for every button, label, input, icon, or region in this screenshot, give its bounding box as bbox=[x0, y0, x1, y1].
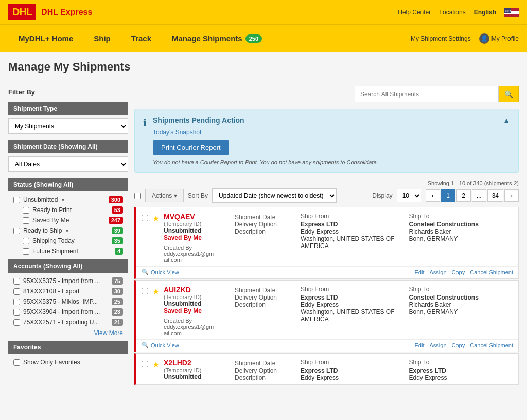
row-1-copy[interactable]: Copy bbox=[452, 342, 465, 348]
unsubmitted-checkbox[interactable] bbox=[13, 197, 20, 203]
row-2-checkbox[interactable] bbox=[142, 361, 148, 367]
next-page-button[interactable]: › bbox=[504, 189, 519, 202]
row-2-from: Ship From Express LTD Eddy Express bbox=[301, 359, 405, 381]
search-input[interactable] bbox=[355, 86, 499, 102]
account-3-checkbox[interactable] bbox=[13, 309, 20, 316]
row-0-star[interactable]: ★ bbox=[152, 214, 160, 223]
search-bar-row: 🔍 bbox=[134, 86, 519, 102]
account-4-checkbox[interactable] bbox=[13, 319, 20, 326]
row-0-status: Unsubmitted bbox=[164, 227, 231, 234]
page-title: Manage My Shipments bbox=[0, 52, 527, 78]
row-1-quick-view[interactable]: 🔍 Quick View bbox=[142, 342, 179, 348]
status-unsubmitted: Unsubmitted ▾ 300 bbox=[8, 195, 128, 205]
svg-rect-2 bbox=[504, 14, 519, 17]
locations-link[interactable]: Locations bbox=[439, 9, 465, 16]
row-2-id[interactable]: X2LHD2 bbox=[164, 359, 191, 367]
display-select[interactable]: 10 25 50 bbox=[397, 189, 421, 202]
row-0-actions: 🔍 Quick View Edit Assign Copy Cancel Shi… bbox=[136, 266, 518, 278]
row-0-action-links: Edit Assign Copy Cancel Shipment bbox=[415, 269, 513, 275]
shipment-settings-link[interactable]: My Shipment Settings bbox=[411, 35, 471, 42]
nav-manage[interactable]: Manage Shipments 250 bbox=[162, 25, 272, 52]
row-1-actions: 🔍 Quick View Edit Assign Copy Cancel Shi… bbox=[136, 339, 518, 352]
row-0-temp-id: (Temporary ID) bbox=[164, 221, 231, 227]
sort-select[interactable]: Updated Date (show newest to oldest) Upd… bbox=[212, 188, 337, 203]
language-button[interactable]: English bbox=[474, 9, 496, 16]
print-courier-button[interactable]: Print Courier Report bbox=[153, 140, 229, 155]
row-2-star[interactable]: ★ bbox=[152, 360, 160, 370]
row-1-star[interactable]: ★ bbox=[152, 287, 160, 296]
prev-page-button[interactable]: ‹ bbox=[426, 189, 440, 202]
nav-ship[interactable]: Ship bbox=[83, 25, 121, 52]
search-button[interactable]: 🔍 bbox=[499, 86, 519, 102]
account-0: 95XXX5375 - Import from ... 75 bbox=[8, 276, 128, 286]
controls-right: Display 10 25 50 ‹ 1 2 ... 34 › bbox=[372, 189, 519, 202]
shipment-type-select[interactable]: My Shipments bbox=[8, 118, 128, 134]
status-future-shipment: Future Shipment 4 bbox=[8, 246, 128, 256]
row-2-to: Ship To Express LTD Eddy Express bbox=[409, 359, 514, 381]
profile-icon: 👤 bbox=[479, 33, 489, 44]
show-only-favorites: Show Only Favorites bbox=[8, 357, 128, 367]
ready-print-checkbox[interactable] bbox=[23, 207, 29, 214]
help-center-link[interactable]: Help Center bbox=[398, 9, 431, 16]
status-shipping-today: Shipping Today 35 bbox=[8, 236, 128, 246]
pagination: ‹ 1 2 ... 34 › bbox=[426, 189, 519, 202]
page-34-button[interactable]: 34 bbox=[487, 189, 503, 202]
row-0-checkbox[interactable] bbox=[142, 215, 148, 221]
express-label: DHL Express bbox=[41, 8, 92, 17]
row-1-assign[interactable]: Assign bbox=[430, 342, 447, 348]
row-1-checkbox[interactable] bbox=[142, 288, 148, 294]
status-saved-by-me: Saved By Me 247 bbox=[8, 215, 128, 225]
collapse-pending-button[interactable]: ▲ bbox=[503, 116, 510, 125]
row-0-edit[interactable]: Edit bbox=[415, 269, 425, 275]
select-all-checkbox[interactable] bbox=[134, 192, 141, 199]
row-1-from: Ship From Express LTD Eddy Express Washi… bbox=[301, 286, 405, 323]
row-0-saved: Saved By Me bbox=[164, 234, 231, 241]
account-0-checkbox[interactable] bbox=[13, 278, 20, 285]
row-0-quick-view[interactable]: 🔍 Quick View bbox=[142, 269, 179, 275]
shipment-type-section: Shipment Type bbox=[8, 102, 128, 115]
nav-track[interactable]: Track bbox=[121, 25, 162, 52]
show-favorites-checkbox[interactable] bbox=[13, 359, 20, 366]
shipping-today-checkbox[interactable] bbox=[23, 238, 29, 244]
row-0-id[interactable]: MVQAEV bbox=[164, 213, 195, 221]
page-ellipsis: ... bbox=[472, 189, 486, 202]
nav-home[interactable]: MyDHL+ Home bbox=[8, 25, 83, 52]
view-more-link[interactable]: View More bbox=[8, 327, 128, 339]
row-1-edit[interactable]: Edit bbox=[415, 342, 425, 348]
ready-ship-dropdown[interactable]: ▾ bbox=[66, 228, 68, 234]
header-top: DHL DHL Express Help Center Locations En… bbox=[0, 0, 527, 24]
shipment-row-0: ★ MVQAEV (Temporary ID) Unsubmitted Save… bbox=[134, 207, 519, 279]
svg-text:★★★: ★★★ bbox=[505, 9, 512, 12]
row-0-id-col: MVQAEV (Temporary ID) Unsubmitted Saved … bbox=[164, 213, 231, 263]
account-2-checkbox[interactable] bbox=[13, 299, 20, 305]
header-top-right: Help Center Locations English ★★★ bbox=[398, 8, 519, 17]
row-1-created: Created Byeddy.express1@gmail.com bbox=[164, 318, 231, 336]
row-0-cancel[interactable]: Cancel Shipment bbox=[470, 269, 513, 275]
page-1-button[interactable]: 1 bbox=[441, 189, 455, 202]
row-1-cancel[interactable]: Cancel Shipment bbox=[470, 342, 513, 348]
account-1-checkbox[interactable] bbox=[13, 288, 20, 295]
future-shipment-checkbox[interactable] bbox=[23, 248, 29, 255]
nav-right: My Shipment Settings 👤 My Profile bbox=[411, 33, 519, 44]
account-2: 95XXX5375 - Miklos_IMP... 25 bbox=[8, 296, 128, 307]
sort-label: Sort By bbox=[188, 192, 208, 199]
row-1-middle: Shipment Date Delivery Option Descriptio… bbox=[235, 286, 296, 308]
shipment-date-select[interactable]: All Dates bbox=[8, 156, 128, 172]
unsubmitted-dropdown[interactable]: ▾ bbox=[62, 197, 64, 203]
actions-button[interactable]: Actions ▾ bbox=[145, 189, 184, 202]
saved-by-me-checkbox[interactable] bbox=[23, 217, 29, 224]
page-2-button[interactable]: 2 bbox=[456, 189, 471, 202]
ready-ship-checkbox[interactable] bbox=[13, 227, 20, 234]
row-0-middle: Shipment Date Delivery Option Descriptio… bbox=[235, 213, 296, 235]
row-0-copy[interactable]: Copy bbox=[452, 269, 465, 275]
shipment-date-section: Shipment Date (Showing All) bbox=[8, 140, 128, 153]
accounts-section: Accounts (Showing All) bbox=[8, 259, 128, 273]
my-profile-link[interactable]: 👤 My Profile bbox=[479, 33, 519, 44]
row-0-assign[interactable]: Assign bbox=[430, 269, 447, 275]
status-ready-print: Ready to Print 53 bbox=[8, 205, 128, 215]
manage-badge: 250 bbox=[245, 34, 262, 43]
row-0-to: Ship To Consteel Constructions Richards … bbox=[409, 213, 514, 242]
row-1-id[interactable]: AUIZKD bbox=[164, 286, 191, 294]
row-1-action-links: Edit Assign Copy Cancel Shipment bbox=[415, 342, 513, 348]
snapshot-link[interactable]: Today's Snapshot bbox=[153, 129, 497, 136]
